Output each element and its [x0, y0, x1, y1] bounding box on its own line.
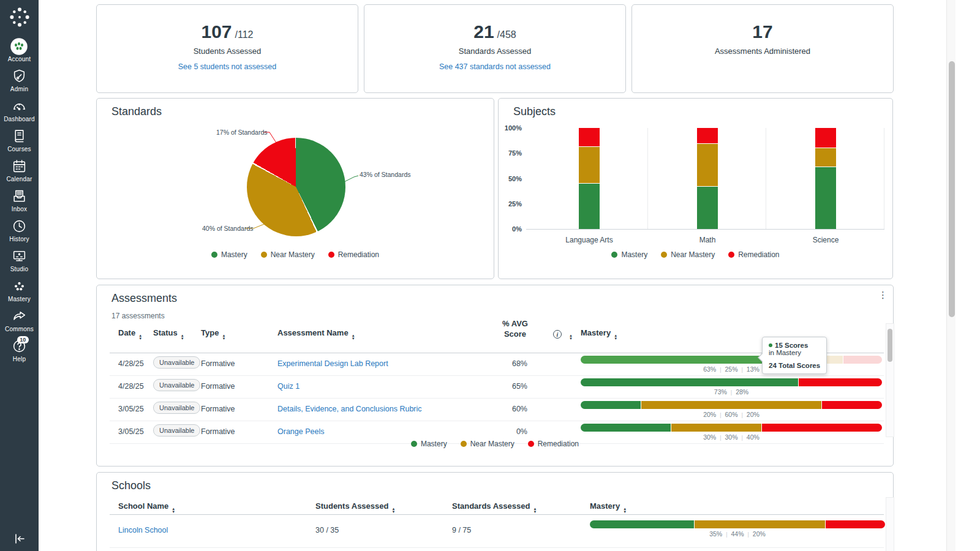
standards-pie-chart[interactable]	[247, 138, 345, 236]
sidebar-item-inbox[interactable]: Inbox	[4, 186, 35, 216]
legend-dot-icon	[611, 252, 617, 258]
subjects-bar-chart	[526, 128, 884, 230]
sidebar-item-admin[interactable]: Admin	[4, 66, 35, 96]
col-header-type[interactable]: Type	[201, 328, 225, 340]
legend-label: Mastery	[621, 250, 647, 259]
sidebar-item-commons[interactable]: Commons	[4, 305, 35, 335]
stat-number-row: 17	[632, 21, 893, 42]
calendar-icon	[12, 158, 27, 174]
mastery-bar[interactable]	[581, 424, 882, 432]
legend-dot-icon	[261, 252, 267, 258]
assessment-date: 3/05/25	[118, 405, 144, 413]
stat-link[interactable]: See 5 students not assessed	[178, 62, 277, 71]
assessment-name-link[interactable]: Quiz 1	[277, 382, 300, 391]
sidebar-item-courses[interactable]: Courses	[4, 126, 35, 156]
assessments-scrollbar[interactable]	[886, 323, 894, 437]
avg-score: 0%	[483, 427, 527, 436]
page-scrollbar[interactable]	[946, 0, 956, 551]
stacked-bar-segment[interactable]	[579, 147, 600, 183]
stat-value: 107	[201, 21, 232, 42]
legend-label: Near Mastery	[271, 250, 315, 259]
segment-percent: 28%	[736, 388, 748, 395]
mastery-bar[interactable]	[581, 401, 882, 409]
stacked-bar-segment[interactable]	[579, 184, 600, 229]
percent-divider: |	[738, 367, 747, 373]
col-header-standards-assessed[interactable]: Standards Assessed	[452, 501, 537, 514]
stacked-bar-segment[interactable]	[815, 167, 836, 229]
kebab-menu-icon[interactable]: ⋮	[878, 290, 888, 299]
legend-item: Mastery	[611, 250, 647, 259]
stat-value: 17	[752, 21, 772, 42]
sidebar-item-label: Courses	[7, 146, 31, 152]
assessments-scrollbar-thumb[interactable]	[888, 329, 892, 362]
pie-label-mastery: 43% of Standards	[360, 171, 410, 178]
assessments-legend: MasteryNear MasteryRemediation	[97, 440, 893, 448]
mastery-tooltip: 15 Scores in Mastery 24 Total Scores	[762, 337, 827, 374]
mastery-bar-labels: 63%|25%|13%	[581, 365, 882, 373]
assessment-date: 4/28/25	[118, 382, 144, 391]
assessment-name-link[interactable]: Experimental Design Lab Report	[277, 359, 388, 368]
subjects-card: Subjects 100%75%50%25%0%Language ArtsMat…	[498, 98, 893, 279]
segment-percent: 20%	[747, 411, 760, 418]
mastery-bar-segment	[762, 424, 882, 432]
stat-link[interactable]: See 437 standards not assessed	[439, 62, 551, 71]
y-axis-tick: 0%	[499, 225, 522, 233]
pie-label-near-mastery: 40% of Standards	[202, 225, 253, 232]
mastery-bar[interactable]	[581, 378, 882, 386]
stat-value: 21	[473, 21, 494, 42]
stacked-bar-segment[interactable]	[579, 128, 600, 147]
stat-label: Students Assessed	[97, 47, 358, 56]
col-header-school-mastery[interactable]: Mastery	[590, 501, 627, 514]
sort-icon	[172, 508, 175, 514]
col-header-status[interactable]: Status	[153, 328, 184, 340]
canvas-logo-icon[interactable]	[7, 5, 32, 29]
sidebar-item-calendar[interactable]: Calendar	[4, 156, 35, 186]
stat-denominator: /458	[497, 29, 516, 40]
gridline	[884, 128, 884, 229]
col-header-school-name[interactable]: School Name	[118, 501, 175, 514]
info-icon[interactable]: i	[553, 330, 562, 339]
stacked-bar-segment[interactable]	[697, 144, 718, 186]
sort-icon	[222, 334, 225, 340]
school-name-link[interactable]: Lincoln School	[118, 526, 168, 534]
school-mastery-bar[interactable]	[590, 520, 885, 528]
stacked-bar-segment[interactable]	[697, 187, 718, 229]
legend-dot-icon	[328, 252, 334, 258]
subjects-legend: MasteryNear MasteryRemediation	[499, 250, 892, 259]
y-axis-tick: 50%	[499, 175, 522, 182]
mastery-bar-segment	[826, 520, 885, 528]
assessment-date: 4/28/25	[118, 359, 144, 368]
mastery-bar[interactable]	[581, 356, 882, 364]
mastery-bar-segment	[671, 424, 761, 432]
stacked-bar-segment[interactable]	[815, 148, 836, 167]
col-header-mastery[interactable]: Mastery	[581, 328, 617, 340]
schools-scrollbar[interactable]	[886, 497, 894, 551]
assessment-name-link[interactable]: Details, Evidence, and Conclusions Rubri…	[277, 405, 422, 413]
tooltip-in-mastery: in Mastery	[769, 349, 820, 356]
stat-card: 17Assessments Administered	[631, 4, 894, 93]
schools-title: Schools	[111, 479, 151, 492]
assessment-name-link[interactable]: Orange Peels	[277, 427, 324, 436]
studio-icon	[12, 248, 27, 264]
stacked-bar-segment[interactable]	[697, 128, 718, 144]
col-header-date[interactable]: Date	[118, 328, 142, 340]
col-header-avg-score[interactable]: % AVG Score	[494, 318, 537, 339]
collapse-sidebar-icon[interactable]	[0, 531, 39, 546]
segment-percent: 20%	[753, 530, 766, 538]
tooltip-dot-icon	[769, 343, 772, 347]
col-header-students-assessed[interactable]: Students Assessed	[315, 501, 395, 514]
legend-dot-icon	[728, 252, 734, 258]
percent-divider: |	[727, 389, 736, 395]
sidebar-item-dashboard[interactable]: Dashboard	[4, 96, 35, 126]
col-header-name[interactable]: Assessment Name	[277, 328, 355, 340]
page-scrollbar-thumb[interactable]	[949, 61, 955, 317]
sidebar-item-account[interactable]: Account	[4, 36, 35, 66]
sidebar-item-history[interactable]: History	[4, 216, 35, 246]
dashboard-icon	[12, 98, 27, 114]
x-axis-category: Science	[783, 236, 869, 244]
stacked-bar-segment[interactable]	[815, 128, 836, 148]
col-header-avg-score-sort[interactable]	[566, 328, 573, 340]
sidebar-item-mastery[interactable]: Mastery	[4, 276, 35, 305]
sidebar-item-studio[interactable]: Studio	[4, 246, 35, 276]
sidebar-item-help[interactable]: 10Help	[4, 335, 35, 365]
